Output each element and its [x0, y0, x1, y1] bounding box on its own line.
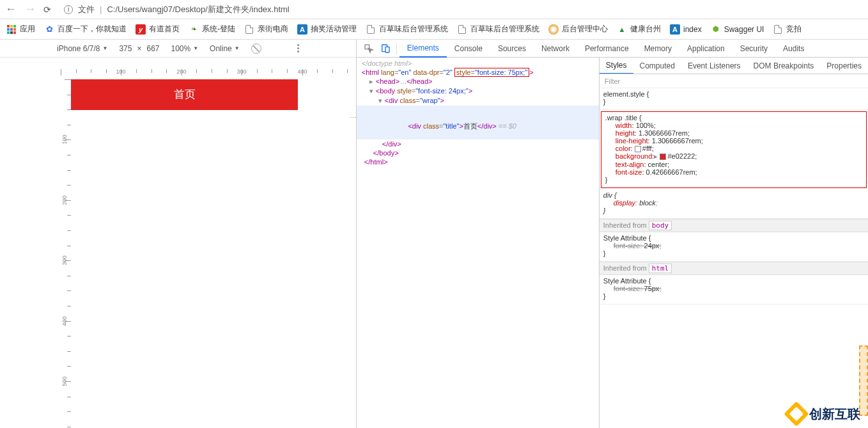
bookmark-swagger[interactable]: ⬢Swagger UI	[711, 24, 764, 35]
page-title: 首页	[71, 79, 298, 110]
browser-toolbar: ← → ⟳ i 文件 | C:/Users/wangj07/Desktop/新建…	[0, 0, 868, 19]
apps-button[interactable]: 应用	[6, 24, 35, 35]
html-tag[interactable]: html	[649, 264, 672, 273]
color-swatch-red[interactable]	[660, 154, 666, 160]
rule-element-style[interactable]: element.style { }	[600, 88, 868, 110]
styles-filter[interactable]: Filter	[600, 74, 868, 88]
url-text: C:/Users/wangj07/Desktop/新建文件夹/index.htm…	[107, 4, 289, 15]
html-open-line[interactable]: <html lang="en" data-dpr="2" style="font…	[357, 68, 599, 77]
tab-network[interactable]: Network	[534, 40, 577, 58]
device-width[interactable]: 375	[119, 44, 132, 53]
rule-prop-font-size-html[interactable]: font-size: 75px;	[603, 285, 864, 292]
bookmark-label: index	[683, 25, 702, 34]
bookmarks-bar: 应用 ✿百度一下，你就知道 y有道首页 ❧系统-登陆 亲街电商 A抽奖活动管理 …	[0, 19, 868, 40]
tab-sources[interactable]: Sources	[490, 40, 534, 58]
throttle-value: Online	[210, 44, 232, 53]
rule-prop-font-size[interactable]: font-size: 0.42666667rem;	[605, 168, 862, 176]
bookmark-index[interactable]: Aindex	[670, 24, 702, 35]
file-icon	[773, 24, 783, 35]
tab-application[interactable]: Application	[679, 40, 732, 58]
bookmark-label: 系统-登陆	[202, 24, 235, 35]
bookmark-baidu[interactable]: ✿百度一下，你就知道	[44, 24, 127, 35]
file-icon	[366, 24, 376, 35]
throttle-selector[interactable]: Online▼	[210, 44, 240, 53]
zoom-selector[interactable]: 100%▼	[171, 44, 198, 53]
rule-div[interactable]: div { display: block; }	[600, 189, 868, 219]
url-separator: |	[100, 4, 102, 14]
bookmark-qinjie[interactable]: 亲街电商	[244, 24, 288, 35]
device-height[interactable]: 667	[146, 44, 159, 53]
rule-prop-text-align[interactable]: text-align: center;	[605, 161, 862, 168]
watermark-text: 创新互联	[809, 406, 860, 423]
main-area: iPhone 6/7/8▼ 375 × 667 100%▼ Online▼ 10…	[0, 40, 868, 428]
rule-brace: }	[603, 98, 864, 106]
bookmark-admin[interactable]: 后台管理中心	[548, 24, 608, 35]
url-bar[interactable]: i 文件 | C:/Users/wangj07/Desktop/新建文件夹/in…	[59, 4, 863, 15]
tab-security[interactable]: Security	[732, 40, 775, 58]
rule-prop-width[interactable]: width: 100%;	[605, 122, 862, 129]
viewport-area: 100 200 300 400 500 100 200 300 400 500 …	[0, 58, 356, 428]
rule-brace: }	[603, 292, 864, 300]
wrap-open-line[interactable]: ▾<div class="wrap">	[357, 96, 599, 106]
bookmark-label: 百草味后台管理系统	[470, 24, 539, 35]
tab-elements[interactable]: Elements	[399, 40, 447, 58]
bookmark-youdao[interactable]: y有道首页	[136, 24, 180, 35]
tab-console[interactable]: Console	[447, 40, 490, 58]
head-line[interactable]: ▸<head>…</head>	[357, 77, 599, 86]
tab-properties[interactable]: Properties	[820, 58, 868, 74]
bookmark-choujiang[interactable]: A抽奖活动管理	[297, 24, 357, 35]
tab-event-listeners[interactable]: Event Listeners	[681, 58, 747, 74]
url-prefix: 文件	[78, 4, 95, 15]
rule-wrap-title[interactable]: .wrap .title { width: 100%; height: 1.30…	[601, 111, 867, 188]
rule-prop-line-height[interactable]: line-height: 1.30666667rem;	[605, 137, 862, 145]
bookmark-baicaowei1[interactable]: 百草味后台管理系统	[366, 24, 448, 35]
html-close-line[interactable]: </html>	[357, 157, 599, 166]
device-selector[interactable]: iPhone 6/7/8▼	[57, 44, 107, 53]
rule-selector: div {	[603, 191, 864, 199]
rule-prop-font-size-body[interactable]: font-size: 24px;	[603, 242, 864, 250]
inherited-from-body: Inherited from body	[600, 219, 868, 232]
a-icon: A	[670, 24, 680, 35]
tab-audits[interactable]: Audits	[775, 40, 812, 58]
rule-prop-display[interactable]: display: block;	[603, 199, 864, 207]
bookmark-baicaowei2[interactable]: 百草味后台管理系统	[457, 24, 539, 35]
back-button[interactable]: ←	[5, 3, 17, 16]
div-close-line[interactable]: </div>	[357, 139, 599, 148]
watermark: 创新互联	[787, 405, 860, 423]
rule-prop-height[interactable]: height: 1.30666667rem;	[605, 129, 862, 137]
title-div-line[interactable]: ⋯ <div class="title">首页</div> == $0	[357, 106, 599, 139]
styles-tabs: Styles Computed Event Listeners DOM Brea…	[600, 58, 868, 74]
bookmark-health[interactable]: ▲健康台州	[617, 24, 661, 35]
file-icon	[457, 24, 467, 35]
rule-brace: }	[603, 250, 864, 257]
reload-button[interactable]: ⟳	[43, 4, 51, 15]
bookmark-system[interactable]: ❧系统-登陆	[189, 24, 235, 35]
inspect-element-button[interactable]	[360, 40, 377, 57]
tab-memory[interactable]: Memory	[637, 40, 679, 58]
a-icon: A	[297, 24, 307, 35]
rule-prop-color[interactable]: color: #fff;	[605, 145, 862, 152]
rule-prop-background[interactable]: background:▸ #e02222;	[605, 152, 862, 161]
bookmark-jingpai[interactable]: 竞拍	[773, 24, 802, 35]
body-open-line[interactable]: ▾<body style="font-size: 24px;">	[357, 86, 599, 96]
rule-style-attr-body[interactable]: Style Attribute { font-size: 24px; }	[600, 232, 868, 262]
bookmark-label: 百度一下，你就知道	[58, 24, 127, 35]
color-swatch-white[interactable]	[635, 146, 641, 152]
tab-performance[interactable]: Performance	[577, 40, 637, 58]
eq-dollar: == $0	[497, 122, 516, 130]
styles-rules[interactable]: element.style { } .wrap .title { width: …	[600, 88, 868, 428]
forward-button[interactable]: →	[24, 3, 36, 16]
body-close-line[interactable]: </body>	[357, 148, 599, 157]
toggle-device-button[interactable]	[377, 40, 394, 57]
tab-computed[interactable]: Computed	[633, 58, 681, 74]
body-tag[interactable]: body	[649, 221, 672, 230]
tab-dom-breakpoints[interactable]: DOM Breakpoints	[747, 58, 821, 74]
chevron-down-icon: ▼	[235, 45, 240, 51]
watermark-logo-icon	[784, 401, 809, 427]
device-name: iPhone 6/7/8	[57, 44, 100, 53]
more-menu-icon[interactable]	[297, 44, 299, 52]
elements-panel[interactable]: <!doctype html> <html lang="en" data-dpr…	[357, 58, 600, 428]
dotted-annotation	[859, 345, 868, 416]
rule-style-attr-html[interactable]: Style Attribute { font-size: 75px; }	[600, 275, 868, 305]
tab-styles[interactable]: Styles	[600, 58, 633, 74]
